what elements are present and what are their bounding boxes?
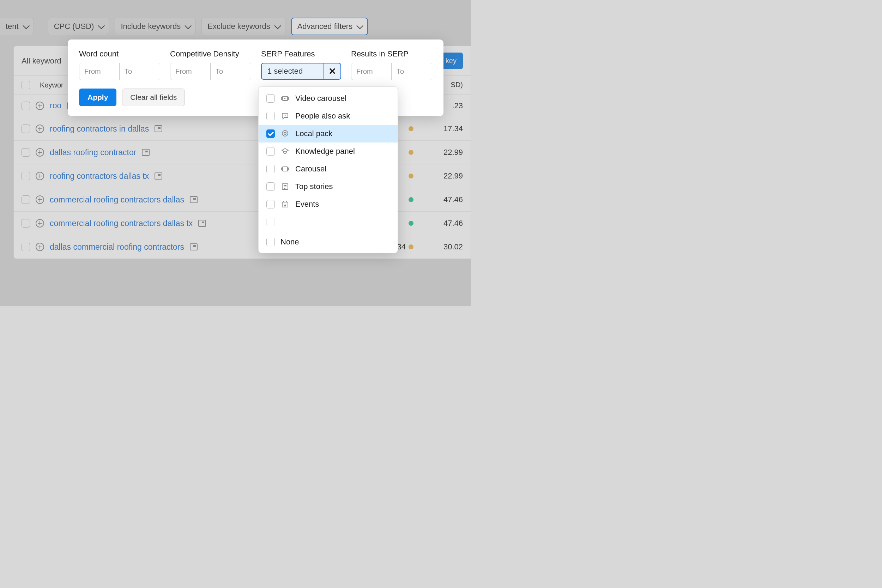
serp-features-value: 1 selected — [262, 67, 324, 76]
comp-density-from-input[interactable] — [170, 63, 211, 80]
events-icon — [280, 200, 290, 209]
serp-option[interactable]: Carousel — [259, 160, 398, 178]
svg-point-3 — [282, 130, 288, 136]
clear-all-fields-button[interactable]: Clear all fields — [122, 88, 185, 106]
results-serp-label: Results in SERP — [351, 50, 432, 58]
serp-option[interactable]: Top stories — [259, 178, 398, 195]
carousel-icon — [280, 164, 290, 174]
local-icon — [280, 129, 290, 138]
serp-option-label: Video carousel — [295, 94, 346, 103]
word-count-label: Word count — [79, 50, 160, 58]
serp-option-label: Knowledge panel — [295, 147, 355, 156]
serp-features-group: SERP Features 1 selected ✕ — [261, 50, 341, 80]
results-serp-group: Results in SERP — [351, 50, 432, 80]
serp-option[interactable]: ? People also ask — [259, 107, 398, 125]
serp-option-none[interactable]: None — [259, 231, 398, 253]
serp-option-label: Local pack — [295, 129, 332, 138]
serp-option[interactable]: Local pack — [259, 125, 398, 142]
word-count-group: Word count — [79, 50, 160, 80]
serp-option[interactable]: Video carousel — [259, 90, 398, 107]
serp-features-label: SERP Features — [261, 50, 341, 58]
serp-option-checkbox[interactable] — [266, 94, 275, 103]
serp-option-checkbox[interactable] — [266, 165, 275, 173]
serp-option-label: Carousel — [295, 164, 326, 174]
stories-icon — [280, 182, 290, 191]
serp-option-checkbox[interactable] — [266, 200, 275, 208]
serp-option-checkbox[interactable] — [266, 182, 275, 191]
competitive-density-group: Competitive Density — [170, 50, 251, 80]
video-carousel-icon — [280, 94, 290, 103]
serp-features-dropdown: Video carousel ? People also ask Local p… — [258, 86, 398, 253]
serp-option-checkbox[interactable] — [266, 129, 275, 138]
paa-icon: ? — [280, 111, 290, 121]
word-count-to-input[interactable] — [120, 63, 160, 80]
serp-features-select[interactable]: 1 selected ✕ — [261, 63, 341, 80]
svg-rect-4 — [283, 167, 288, 171]
serp-none-checkbox[interactable] — [266, 238, 275, 246]
results-serp-to-input[interactable] — [392, 63, 432, 80]
svg-point-2 — [284, 132, 286, 134]
serp-option-label: Events — [295, 200, 319, 209]
serp-option[interactable]: Events — [259, 195, 398, 213]
competitive-density-label: Competitive Density — [170, 50, 251, 58]
results-serp-from-input[interactable] — [351, 63, 392, 80]
comp-density-to-input[interactable] — [211, 63, 251, 80]
serp-option[interactable]: Knowledge panel — [259, 142, 398, 160]
word-count-from-input[interactable] — [80, 63, 120, 80]
svg-text:?: ? — [284, 114, 286, 117]
serp-features-clear-button[interactable]: ✕ — [324, 63, 340, 79]
serp-option-checkbox[interactable] — [266, 147, 275, 156]
serp-none-label: None — [280, 237, 299, 246]
apply-button[interactable]: Apply — [79, 88, 116, 106]
serp-option-label: Top stories — [295, 182, 333, 191]
serp-option-checkbox[interactable] — [266, 112, 275, 120]
serp-option-label: People also ask — [295, 111, 350, 121]
serp-option-partial — [259, 213, 398, 228]
knowledge-icon — [280, 147, 290, 156]
